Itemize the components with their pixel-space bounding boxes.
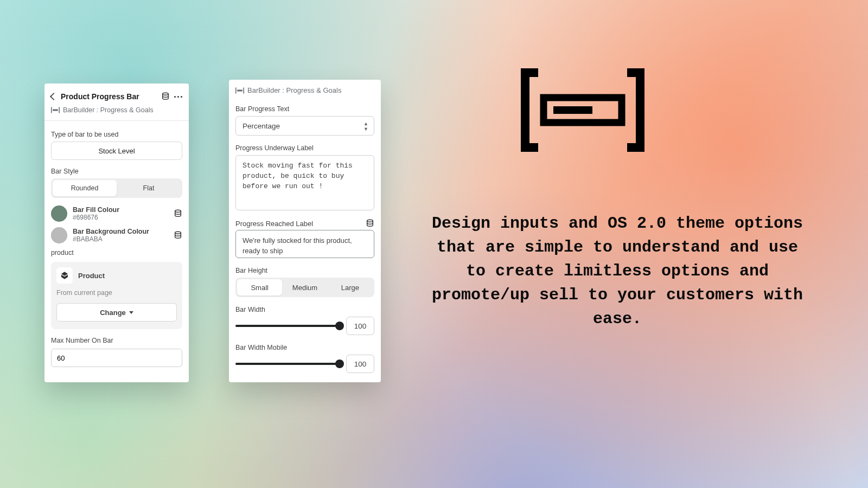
svg-rect-17	[553, 106, 592, 114]
database-icon[interactable]	[366, 219, 374, 228]
progress-underway-textarea[interactable]: Stock moving fast for this product, be q…	[235, 155, 374, 210]
svg-rect-6	[235, 87, 237, 93]
product-title: Product	[78, 272, 105, 280]
bar-fill-hex: #698676	[73, 214, 119, 221]
max-number-input[interactable]	[51, 349, 182, 367]
svg-rect-3	[53, 109, 58, 111]
bar-fill-swatch[interactable]	[51, 206, 67, 222]
brand-logo	[521, 68, 644, 154]
settings-panel-a: Product Progress Bar BarBuilder : Progre…	[44, 84, 189, 382]
bar-width-mobile-slider[interactable]	[235, 358, 340, 369]
panel-a-subtitle-row: BarBuilder : Progress & Goals	[44, 104, 189, 121]
slider-thumb[interactable]	[335, 359, 344, 368]
svg-rect-11	[521, 68, 529, 152]
svg-rect-2	[59, 107, 60, 113]
svg-point-4	[175, 210, 181, 212]
bar-height-label: Bar Height	[235, 267, 374, 274]
slider-thumb[interactable]	[335, 322, 344, 330]
progress-underway-label: Progress Underway Label	[235, 144, 374, 152]
svg-rect-1	[51, 107, 52, 113]
more-icon[interactable]	[174, 96, 182, 98]
marketing-copy: Design inputs and OS 2.0 theme options t…	[426, 211, 808, 331]
bar-style-label: Bar Style	[51, 168, 182, 175]
panel-a-title: Product Progress Bar	[61, 92, 157, 101]
bar-height-large[interactable]: Large	[328, 279, 373, 296]
bar-width-value[interactable]: 100	[346, 317, 374, 335]
bar-progress-text-label: Bar Progress Text	[235, 105, 374, 113]
svg-rect-15	[627, 143, 644, 152]
type-of-bar-value-button[interactable]: Stock Level	[51, 142, 182, 160]
database-icon[interactable]	[174, 209, 182, 218]
product-block: Product From current page Change	[51, 262, 182, 329]
bar-bg-title: Bar Background Colour	[73, 228, 149, 235]
type-of-bar-label: Type of bar to be used	[51, 131, 182, 138]
svg-point-5	[175, 232, 181, 234]
bar-bg-hex: #BABABA	[73, 235, 149, 243]
progress-reached-textarea[interactable]: We're fully stocked for this product, re…	[235, 230, 374, 258]
settings-panel-b: BarBuilder : Progress & Goals Bar Progre…	[229, 80, 381, 382]
bar-progress-text-select[interactable]: Percentage ▲▼	[235, 116, 374, 136]
svg-rect-8	[237, 89, 242, 91]
change-button[interactable]: Change	[56, 303, 177, 322]
svg-rect-12	[521, 143, 538, 152]
bar-fill-title: Bar Fill Colour	[73, 206, 119, 214]
svg-point-9	[367, 220, 373, 222]
product-icon	[56, 267, 73, 284]
database-icon[interactable]	[161, 92, 170, 101]
chevron-down-icon	[129, 311, 133, 314]
panel-a-subtitle: BarBuilder : Progress & Goals	[63, 106, 154, 114]
bar-width-mobile-label: Bar Width Mobile	[235, 344, 374, 351]
bar-height-segmented: Small Medium Large	[235, 278, 374, 297]
svg-rect-14	[636, 68, 644, 152]
bar-glyph-icon	[51, 107, 60, 113]
bar-style-option-flat[interactable]: Flat	[117, 180, 181, 196]
svg-point-0	[163, 93, 169, 95]
bar-bg-colour-row[interactable]: Bar Background Colour #BABABA	[51, 227, 182, 243]
bar-width-mobile-value[interactable]: 100	[346, 355, 374, 373]
product-from-text: From current page	[56, 289, 177, 297]
svg-rect-7	[243, 87, 244, 93]
progress-reached-label: Progress Reached Label	[235, 220, 313, 228]
panel-b-subtitle: BarBuilder : Progress & Goals	[247, 86, 341, 94]
bar-width-slider[interactable]	[235, 320, 340, 331]
bar-height-small[interactable]: Small	[237, 279, 282, 296]
max-number-label: Max Number On Bar	[51, 337, 182, 344]
bar-height-medium[interactable]: Medium	[282, 279, 327, 296]
bar-fill-colour-row[interactable]: Bar Fill Colour #698676	[51, 206, 182, 222]
bar-width-label: Bar Width	[235, 306, 374, 313]
select-caret-icon: ▲▼	[363, 121, 368, 132]
database-icon[interactable]	[174, 231, 182, 240]
product-label: product	[51, 249, 182, 256]
bar-glyph-icon	[235, 87, 244, 94]
chevron-left-icon[interactable]	[50, 93, 58, 100]
product-row[interactable]: Product	[56, 267, 177, 284]
bar-style-option-rounded[interactable]: Rounded	[53, 180, 117, 196]
panel-a-header: Product Progress Bar	[44, 84, 189, 104]
bar-bg-swatch[interactable]	[51, 227, 67, 243]
bar-style-segmented: Rounded Flat	[51, 178, 182, 198]
panel-b-subtitle-row: BarBuilder : Progress & Goals	[229, 80, 381, 99]
